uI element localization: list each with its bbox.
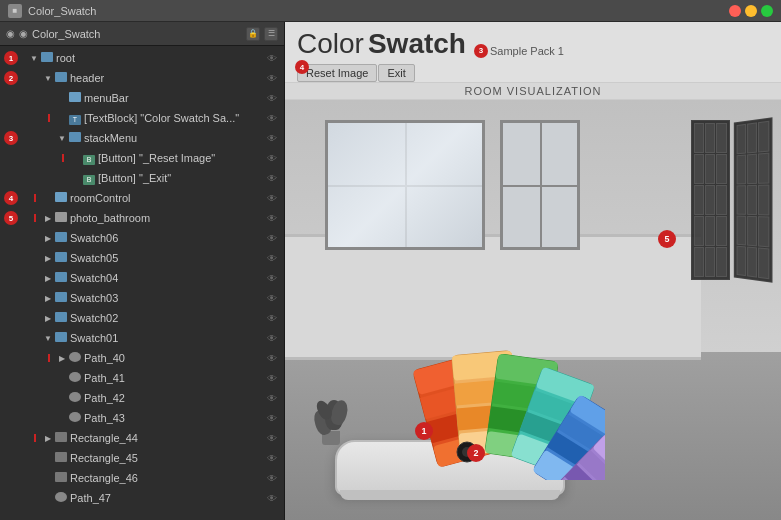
eye-icon[interactable]: 👁 [264,190,280,206]
tree-item[interactable]: Path_47👁 [0,488,284,508]
eye-icon[interactable]: 👁 [264,490,280,506]
minimize-button[interactable] [745,5,757,17]
tree-item[interactable]: 5▶photo_bathroom👁 [0,208,284,228]
tree-toggle[interactable]: ▶ [41,214,55,223]
tree-label: Swatch02 [70,312,264,324]
room-window [325,120,485,250]
window-controls [729,5,773,17]
tree-toggle[interactable]: ▼ [27,54,41,63]
right-panel: Color Swatch 3 Sample Pack 1 4 Reset Ima… [285,22,781,520]
app-title-part1: Color [297,28,364,60]
eye-icon[interactable]: 👁 [264,470,280,486]
tree-toggle[interactable]: ▶ [41,254,55,263]
toolbar: 4 Reset Image Exit [297,60,769,82]
tree-item[interactable]: 2▼header👁 [0,68,284,88]
eye-icon[interactable]: 👁 [264,450,280,466]
tree-label: menuBar [84,92,264,104]
tree-item[interactable]: ▶Path_40👁 [0,348,284,368]
tree-item[interactable]: B[Button] "_Reset Image"👁 [0,148,284,168]
tree-icon-group [55,72,67,84]
tree-item[interactable]: 3▼stackMenu👁 [0,128,284,148]
red-indicator [34,214,40,222]
tree-icon-shape [69,352,81,364]
maximize-button[interactable] [761,5,773,17]
tree-label: [Button] "_Exit" [98,172,264,184]
tree-toggle[interactable]: ▶ [41,274,55,283]
tree-toggle[interactable]: ▼ [55,134,69,143]
tree-label: header [70,72,264,84]
tree-icon-group [55,252,67,264]
tree-item[interactable]: T[TextBlock] "Color Swatch Sa..."👁 [0,108,284,128]
tree-toggle[interactable]: ▼ [41,334,55,343]
tree-item[interactable]: ▶Swatch05👁 [0,248,284,268]
tree-icon-group [41,52,53,64]
tree-label: [TextBlock] "Color Swatch Sa..." [84,112,264,124]
eye-icon[interactable]: 👁 [264,130,280,146]
tree-toggle[interactable]: ▶ [41,434,55,443]
eye-icon[interactable]: 👁 [264,370,280,386]
badge-1: 1 [4,51,18,65]
eye-icon[interactable]: 👁 [264,90,280,106]
tree-toggle[interactable]: ▶ [41,234,55,243]
tree-item[interactable]: Path_43👁 [0,408,284,428]
tree-label: Swatch05 [70,252,264,264]
tree-item[interactable]: ▶Swatch04👁 [0,268,284,288]
tree-toggle[interactable]: ▼ [41,74,55,83]
panel-menu-button[interactable]: ☰ [264,27,278,41]
eye-icon[interactable]: 👁 [264,310,280,326]
eye-icon[interactable]: 👁 [264,350,280,366]
tree-item[interactable]: Rectangle_45👁 [0,448,284,468]
eye-icon[interactable]: 👁 [264,330,280,346]
close-button[interactable] [729,5,741,17]
tree-label: Path_41 [84,372,264,384]
app-header: Color Swatch 3 Sample Pack 1 4 Reset Ima… [285,22,781,83]
panel-controls: 🔒 ☰ [246,27,278,41]
tree-item[interactable]: Path_42👁 [0,388,284,408]
tree-item[interactable]: ▶Swatch02👁 [0,308,284,328]
tree-item[interactable]: 4roomControl👁 [0,188,284,208]
tree-item[interactable]: ▶Swatch06👁 [0,228,284,248]
tree-icon-text: T [69,112,81,125]
tree-item[interactable]: ▶Swatch03👁 [0,288,284,308]
eye-icon[interactable]: 👁 [264,430,280,446]
eye-icon[interactable]: 👁 [264,110,280,126]
eye-icon[interactable]: 👁 [264,230,280,246]
panel-lock-button[interactable]: 🔒 [246,27,260,41]
swatch-fan [405,330,605,480]
room-window-2 [500,120,580,250]
tree-item[interactable]: Path_41👁 [0,368,284,388]
tree-container[interactable]: 1▼root👁2▼header👁menuBar👁T[TextBlock] "Co… [0,46,284,520]
tree-icon-group [69,132,81,144]
badge-1-swatch: 1 [415,422,433,440]
eye-icon[interactable]: 👁 [264,270,280,286]
tree-toggle[interactable]: ▶ [41,294,55,303]
eye-icon[interactable]: 👁 [264,250,280,266]
viz-area: 5 1 2 [285,100,781,520]
tree-icon-group [55,292,67,304]
exit-button[interactable]: Exit [378,64,414,82]
eye-icon[interactable]: 👁 [264,210,280,226]
tree-item[interactable]: menuBar👁 [0,88,284,108]
tree-item[interactable]: 1▼root👁 [0,48,284,68]
app-subtitle: Sample Pack 1 [490,45,564,57]
eye-icon[interactable]: 👁 [264,410,280,426]
tree-item[interactable]: Rectangle_46👁 [0,468,284,488]
eye-icon[interactable]: 👁 [264,290,280,306]
reset-image-button[interactable]: Reset Image [297,64,377,82]
tree-toggle[interactable]: ▶ [55,354,69,363]
tree-item[interactable]: B[Button] "_Exit"👁 [0,168,284,188]
tree-item[interactable]: ▶Rectangle_44👁 [0,428,284,448]
eye-icon[interactable]: 👁 [264,70,280,86]
eye-icon[interactable]: 👁 [264,170,280,186]
eye-icon[interactable]: 👁 [264,150,280,166]
tree-item[interactable]: ▼Swatch01👁 [0,328,284,348]
eye-icon[interactable]: 👁 [264,390,280,406]
title-bar: ■ Color_Swatch [0,0,781,22]
tree-icon-shape [69,412,81,424]
badge-2-swatch: 2 [467,444,485,462]
badge-3: 3 [474,44,488,58]
badge-4: 4 [4,191,18,205]
eye-icon[interactable]: 👁 [264,50,280,66]
tree-toggle[interactable]: ▶ [41,314,55,323]
tree-label: Path_47 [70,492,264,504]
